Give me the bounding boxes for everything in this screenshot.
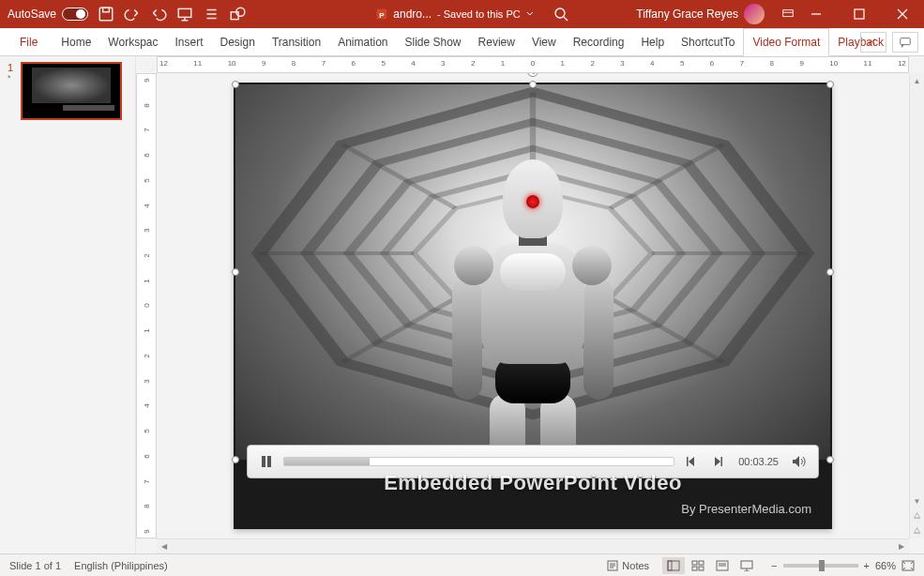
chevron-down-icon[interactable] <box>526 10 534 18</box>
tab-file[interactable]: File <box>11 28 53 56</box>
svg-rect-10 <box>901 38 911 44</box>
zoom-in-button[interactable]: + <box>864 560 870 571</box>
avatar <box>744 4 765 24</box>
horizontal-ruler: 1211109876543210123456789101112 <box>157 56 909 73</box>
zoom-out-button[interactable]: − <box>771 560 777 571</box>
tab-slideshow[interactable]: Slide Show <box>397 28 470 56</box>
present-icon[interactable] <box>176 6 193 23</box>
video-object-selection[interactable]: ⟲ <box>235 84 830 460</box>
ribbon-display-icon[interactable] <box>781 8 795 21</box>
next-slide-icon[interactable]: ⧋ <box>914 523 921 538</box>
user-area[interactable]: Tiffany Grace Reyes <box>636 4 765 24</box>
svg-rect-31 <box>699 561 704 565</box>
vertical-ruler: 9876543210123456789 <box>136 73 157 538</box>
slide-animation-indicator: * <box>8 73 21 83</box>
zoom-percent[interactable]: 66% <box>875 560 896 571</box>
tab-review[interactable]: Review <box>470 28 523 56</box>
slide-counter[interactable]: Slide 1 of 1 <box>9 560 61 571</box>
zoom-slider[interactable] <box>783 564 858 568</box>
notes-icon <box>607 560 618 571</box>
pause-button[interactable] <box>257 452 276 471</box>
svg-rect-9 <box>855 9 864 19</box>
resize-handle-br[interactable] <box>826 456 834 463</box>
horizontal-scrollbar[interactable]: ◀ ▶ <box>157 538 909 553</box>
resize-handle-mr[interactable] <box>826 268 834 276</box>
autosave-toggle[interactable] <box>62 8 88 21</box>
resize-handle-ml[interactable] <box>232 268 239 276</box>
tab-transition[interactable]: Transition <box>264 28 329 56</box>
zoom-controls: − + 66% <box>771 560 915 571</box>
slide-canvas[interactable]: ⟲ 00:03.25 <box>157 73 909 538</box>
reading-view-button[interactable] <box>711 557 734 574</box>
zoom-slider-thumb[interactable] <box>819 560 825 571</box>
slide-credit-text: By PresenterMedia.com <box>681 502 811 516</box>
maximize-button[interactable] <box>838 0 881 28</box>
next-frame-button[interactable] <box>708 452 727 471</box>
svg-rect-0 <box>99 8 113 21</box>
scroll-right-icon[interactable]: ▶ <box>894 539 909 553</box>
svg-rect-35 <box>741 561 752 568</box>
tab-view[interactable]: View <box>523 28 565 56</box>
thumbnail-pane: 1 * <box>0 56 136 553</box>
tab-design[interactable]: Design <box>212 28 264 56</box>
shapes-icon[interactable] <box>229 6 246 23</box>
svg-rect-30 <box>692 561 697 565</box>
scroll-up-icon[interactable]: ▲ <box>910 73 924 88</box>
view-buttons <box>662 557 758 574</box>
prev-frame-button[interactable] <box>682 452 701 471</box>
tab-home[interactable]: Home <box>53 28 99 56</box>
slide-title-text: Embedded PowerPoint Video <box>234 471 832 495</box>
tab-animation[interactable]: Animation <box>329 28 396 56</box>
normal-view-button[interactable] <box>662 557 685 574</box>
tab-workspace[interactable]: Workspac <box>99 28 166 56</box>
status-bar: Slide 1 of 1 English (Philippines) Notes… <box>0 553 924 576</box>
svg-rect-29 <box>668 561 672 570</box>
title-bar: AutoSave P andro... - Saved to this PC T… <box>0 0 924 28</box>
tab-shortcut[interactable]: ShortcutTo <box>673 28 743 56</box>
save-icon[interactable] <box>98 6 114 23</box>
tab-help[interactable]: Help <box>632 28 673 56</box>
close-button[interactable] <box>881 0 924 28</box>
share-button[interactable] <box>860 32 886 53</box>
svg-rect-24 <box>267 456 271 467</box>
user-name: Tiffany Grace Reyes <box>636 8 738 21</box>
notes-toggle[interactable]: Notes <box>607 560 649 571</box>
svg-rect-28 <box>668 561 679 570</box>
presentation-file-icon: P <box>374 8 387 21</box>
tab-insert[interactable]: Insert <box>167 28 212 56</box>
sorter-view-button[interactable] <box>687 557 709 574</box>
scroll-down-icon[interactable]: ▼ <box>914 493 921 508</box>
language-indicator[interactable]: English (Philippines) <box>74 560 168 571</box>
vertical-scrollbar[interactable]: ▲ ▼ ⧋ ⧋ <box>909 73 924 538</box>
svg-rect-32 <box>692 567 697 570</box>
slide-thumbnail-1[interactable] <box>21 62 122 120</box>
redo-icon[interactable] <box>150 6 167 23</box>
scroll-left-icon[interactable]: ◀ <box>157 539 172 553</box>
resize-handle-tr[interactable] <box>826 81 834 88</box>
ribbon-tabs: File Home Workspac Insert Design Transit… <box>0 28 924 56</box>
search-icon[interactable] <box>553 7 568 22</box>
rotate-handle[interactable]: ⟲ <box>527 73 538 77</box>
svg-point-7 <box>555 8 565 18</box>
robot-figure <box>448 159 617 460</box>
volume-button[interactable] <box>790 452 809 471</box>
prev-slide-icon[interactable]: ⧋ <box>914 508 921 523</box>
tab-recording[interactable]: Recording <box>565 28 633 56</box>
slideshow-view-button[interactable] <box>735 557 758 574</box>
fit-window-icon[interactable] <box>901 560 915 571</box>
slide: ⟲ 00:03.25 <box>234 83 832 529</box>
video-frame <box>235 84 830 460</box>
svg-rect-25 <box>687 457 689 466</box>
resize-handle-tl[interactable] <box>232 81 239 88</box>
resize-handle-bl[interactable] <box>232 456 239 463</box>
comments-button[interactable] <box>892 32 918 53</box>
svg-rect-8 <box>783 10 794 17</box>
seek-track[interactable] <box>283 457 674 466</box>
undo-icon[interactable] <box>124 6 141 23</box>
svg-rect-33 <box>699 567 704 570</box>
minimize-button[interactable] <box>795 0 838 28</box>
list-icon[interactable] <box>203 6 220 23</box>
resize-handle-tm[interactable] <box>529 81 537 88</box>
tab-video-format[interactable]: Video Format <box>743 28 829 56</box>
slide-number: 1 <box>8 62 21 73</box>
